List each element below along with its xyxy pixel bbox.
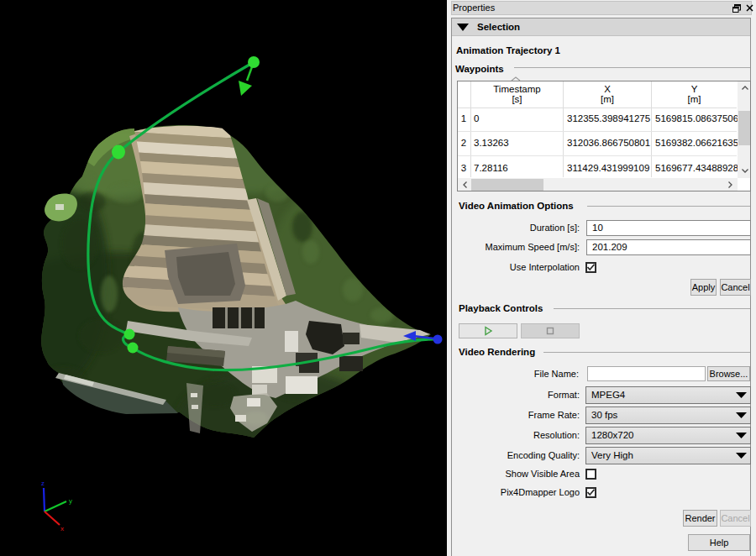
svg-text:x: x [60, 525, 64, 532]
svg-text:z: z [41, 480, 45, 487]
svg-text:y: y [69, 497, 72, 505]
